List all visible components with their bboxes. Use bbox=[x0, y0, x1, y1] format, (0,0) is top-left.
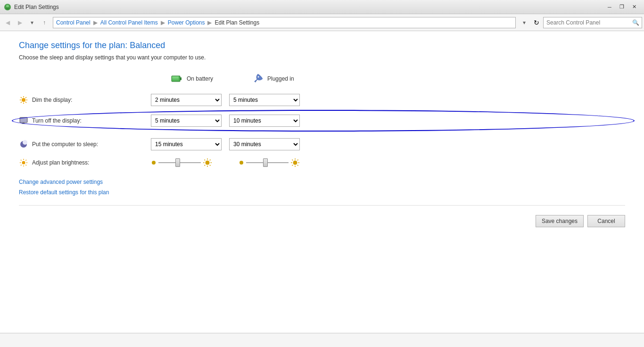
turn-off-plugged-select[interactable]: 1 minute 2 minutes 3 minutes 5 minutes 1… bbox=[229, 115, 300, 127]
back-button[interactable]: ◀ bbox=[2, 17, 13, 28]
dropdown-button[interactable]: ▾ bbox=[519, 17, 530, 28]
divider bbox=[19, 205, 625, 206]
sleep-text: Put the computer to sleep: bbox=[32, 141, 98, 148]
turn-off-display-label: Turn off the display: bbox=[19, 116, 151, 125]
dim-display-battery-select[interactable]: 1 minute 2 minutes 3 minutes 5 minutes 1… bbox=[151, 94, 222, 106]
battery-label: On battery bbox=[187, 75, 213, 82]
brightness-battery-slider[interactable] bbox=[158, 158, 201, 167]
svg-line-40 bbox=[205, 165, 206, 166]
svg-point-41 bbox=[293, 161, 297, 165]
svg-line-13 bbox=[21, 97, 22, 98]
moon-icon bbox=[19, 140, 28, 149]
breadcrumb-power-options[interactable]: Power Options bbox=[168, 19, 205, 26]
brightness-text: Adjust plan brightness: bbox=[32, 159, 89, 166]
page-subtitle: Choose the sleep and display settings th… bbox=[19, 54, 625, 61]
brightness-icon bbox=[19, 158, 28, 167]
sleep-controls: 5 minutes 10 minutes 15 minutes 20 minut… bbox=[151, 138, 300, 150]
search-input[interactable] bbox=[546, 19, 631, 26]
window-title: Edit Plan Settings bbox=[14, 4, 59, 10]
sun-icon bbox=[19, 95, 28, 105]
maximize-button[interactable]: ❐ bbox=[616, 2, 628, 12]
brightness-low-dot-battery bbox=[152, 161, 156, 165]
battery-icon bbox=[170, 72, 183, 85]
svg-line-39 bbox=[210, 160, 211, 161]
close-button[interactable]: ✕ bbox=[628, 2, 640, 12]
svg-point-32 bbox=[206, 161, 210, 165]
svg-rect-18 bbox=[20, 118, 27, 122]
svg-line-14 bbox=[25, 102, 26, 103]
breadcrumb-current: Edit Plan Settings bbox=[215, 19, 259, 26]
turn-off-display-controls: 1 minute 2 minutes 3 minutes 5 minutes 1… bbox=[151, 115, 300, 127]
svg-rect-4 bbox=[180, 77, 182, 80]
svg-line-48 bbox=[297, 160, 298, 161]
brightness-label: Adjust plan brightness: bbox=[19, 158, 151, 167]
svg-line-47 bbox=[297, 165, 298, 166]
svg-rect-6 bbox=[172, 76, 179, 81]
svg-rect-20 bbox=[22, 124, 25, 124]
monitor-icon bbox=[19, 116, 28, 125]
plugged-label: Plugged in bbox=[267, 75, 294, 82]
svg-line-46 bbox=[292, 160, 293, 161]
turn-off-display-text: Turn off the display: bbox=[32, 117, 82, 124]
brightness-plugged-slider[interactable] bbox=[246, 158, 289, 167]
down-arrow-button[interactable]: ▾ bbox=[26, 17, 38, 28]
svg-point-23 bbox=[22, 161, 25, 165]
svg-line-37 bbox=[205, 160, 206, 161]
cancel-button[interactable]: Cancel bbox=[587, 215, 625, 227]
svg-point-7 bbox=[258, 76, 259, 78]
dim-display-row: Dim the display: 1 minute 2 minutes 3 mi… bbox=[19, 93, 625, 107]
minimize-button[interactable]: ─ bbox=[603, 2, 616, 12]
breadcrumb-control-panel[interactable]: Control Panel bbox=[56, 19, 91, 26]
plugged-column-header: Plugged in bbox=[252, 73, 335, 84]
svg-rect-19 bbox=[23, 123, 25, 124]
column-headers: On battery Plugged in bbox=[19, 72, 625, 85]
sleep-battery-select[interactable]: 5 minutes 10 minutes 15 minutes 20 minut… bbox=[151, 138, 222, 150]
dim-display-text: Dim the display: bbox=[32, 97, 72, 103]
window-controls: ─ ❐ ✕ bbox=[603, 2, 640, 12]
brightness-low-dot-plugged bbox=[239, 161, 243, 165]
brightness-row: Adjust plan brightness: bbox=[19, 158, 625, 167]
brightness-battery-control bbox=[151, 158, 231, 167]
button-row: Save changes Cancel bbox=[19, 215, 625, 227]
svg-line-29 bbox=[26, 165, 27, 166]
svg-point-2 bbox=[6, 7, 9, 9]
link-section: Change advanced power settings Restore d… bbox=[19, 179, 625, 196]
address-bar: Control Panel ▶ All Control Panel Items … bbox=[53, 17, 516, 28]
up-button[interactable]: ↑ bbox=[39, 17, 50, 28]
brightness-high-icon-plugged bbox=[290, 158, 300, 167]
content-area: Change settings for the plan: Balanced C… bbox=[0, 31, 644, 333]
battery-column-header: On battery bbox=[170, 72, 252, 85]
sleep-plugged-select[interactable]: 15 minutes 20 minutes 25 minutes 30 minu… bbox=[229, 138, 300, 150]
svg-point-22 bbox=[23, 140, 27, 145]
sleep-label: Put the computer to sleep: bbox=[19, 140, 151, 149]
turn-off-battery-select[interactable]: 1 minute 2 minutes 3 minutes 5 minutes 1… bbox=[151, 115, 222, 127]
sleep-row: Put the computer to sleep: 5 minutes 10 … bbox=[19, 137, 625, 151]
page-title: Change settings for the plan: Balanced bbox=[19, 41, 625, 50]
svg-point-8 bbox=[22, 98, 25, 102]
advanced-power-link[interactable]: Change advanced power settings bbox=[19, 179, 625, 185]
search-button[interactable]: 🔍 bbox=[631, 18, 640, 27]
svg-line-28 bbox=[21, 160, 22, 161]
forward-button[interactable]: ▶ bbox=[14, 17, 25, 28]
search-box: 🔍 bbox=[543, 17, 642, 28]
brightness-plugged-control bbox=[239, 158, 319, 167]
breadcrumb-all-items[interactable]: All Control Panel Items bbox=[100, 19, 158, 26]
app-icon bbox=[4, 3, 11, 11]
svg-point-1 bbox=[6, 5, 9, 8]
svg-line-30 bbox=[26, 160, 27, 161]
plugged-icon bbox=[252, 73, 264, 84]
svg-line-15 bbox=[25, 97, 26, 98]
svg-line-38 bbox=[210, 165, 211, 166]
svg-line-31 bbox=[21, 165, 22, 166]
dim-display-label: Dim the display: bbox=[19, 95, 151, 105]
turn-off-display-row: Turn off the display: 1 minute 2 minutes… bbox=[19, 114, 625, 128]
brightness-high-icon-battery bbox=[203, 158, 212, 167]
status-bar bbox=[0, 333, 644, 347]
title-bar: Edit Plan Settings ─ ❐ ✕ bbox=[0, 0, 644, 14]
dim-display-plugged-select[interactable]: 1 minute 2 minutes 3 minutes 5 minutes 1… bbox=[229, 94, 300, 106]
save-changes-button[interactable]: Save changes bbox=[536, 215, 584, 227]
svg-line-49 bbox=[292, 165, 293, 166]
navigation-bar: ◀ ▶ ▾ ↑ Control Panel ▶ All Control Pane… bbox=[0, 14, 644, 31]
refresh-button[interactable]: ↻ bbox=[531, 17, 542, 28]
restore-defaults-link[interactable]: Restore default settings for this plan bbox=[19, 189, 625, 196]
